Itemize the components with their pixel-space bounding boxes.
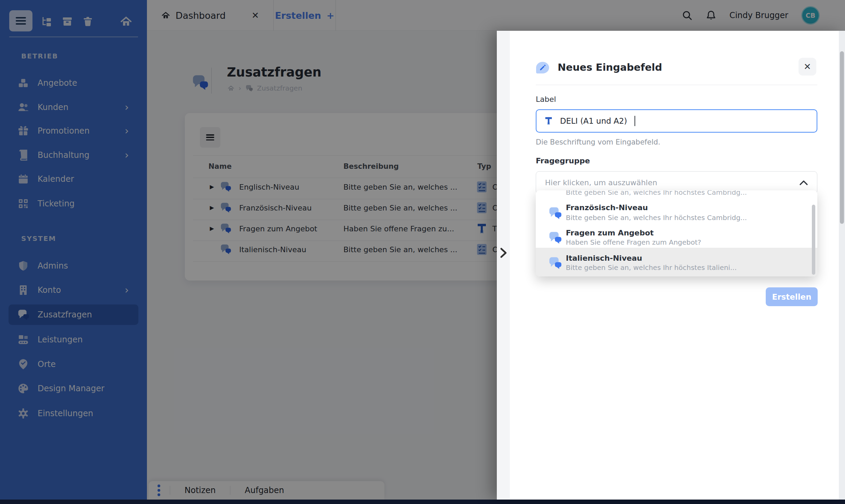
label-input[interactable]: DELI (A1 und A2) <box>536 109 817 133</box>
group-caption: Fragegruppe <box>536 156 590 165</box>
text-type-icon <box>544 116 553 126</box>
close-panel-button[interactable]: ✕ <box>799 58 816 76</box>
dropdown-scrollbar[interactable] <box>812 205 815 275</box>
label-caption: Label <box>536 95 556 104</box>
panel-gutter <box>497 31 510 500</box>
edit-bubble-icon <box>536 62 549 73</box>
panel-title: Neues Eingabefeld <box>558 62 662 73</box>
chat-icon <box>548 257 562 269</box>
page-scrollbar[interactable] <box>839 31 845 500</box>
scrollbar-thumb[interactable] <box>840 51 844 224</box>
select-placeholder: Hier klicken, um auszuwählen <box>545 178 657 187</box>
app-screen: BETRIEB Angebote Kunden › Promotionen › <box>0 0 845 504</box>
chat-icon <box>548 231 562 244</box>
chevron-up-icon <box>799 180 808 186</box>
chat-icon <box>548 207 562 219</box>
erstellen-button[interactable]: Erstellen <box>766 287 818 306</box>
chevron-right-icon <box>499 247 508 259</box>
panel-header-divider <box>536 85 817 85</box>
fragegruppe-dropdown: Bitte geben Sie an, welches Ihr höchstes… <box>536 190 817 276</box>
text-cursor <box>635 116 635 126</box>
new-input-field-panel: Neues Eingabefeld ✕ Label DELI (A1 und A… <box>497 31 845 500</box>
clipped-option-desc: Bitte geben Sie an, welches Ihr höchstes… <box>566 190 747 196</box>
label-input-value: DELI (A1 und A2) <box>560 117 627 125</box>
label-help-text: Die Beschriftung vom Eingabefeld. <box>536 138 660 146</box>
collapse-panel-button[interactable] <box>498 245 509 260</box>
